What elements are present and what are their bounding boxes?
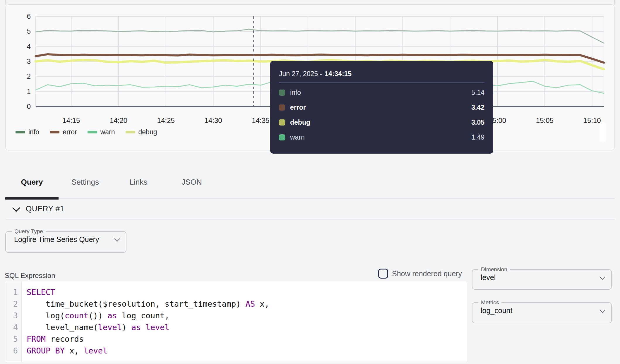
sql-code-line: log(count()) as log_count,	[27, 310, 467, 322]
tab-settings[interactable]: Settings	[59, 166, 112, 198]
panel-editor: 012345614:1514:2014:2514:3014:3514:4014:…	[0, 0, 620, 364]
chevron-down-icon	[600, 307, 605, 313]
chart-legend: infoerrorwarndebug	[16, 128, 157, 136]
query-type-value: Logfire Time Series Query	[14, 235, 99, 244]
tooltip-row-info: info5.14	[279, 85, 484, 100]
scrollbar-thumb[interactable]	[600, 122, 606, 142]
tab-query[interactable]: Query	[5, 166, 59, 198]
tooltip-separator	[279, 82, 484, 83]
line-number: 5	[5, 333, 18, 345]
svg-text:14:25: 14:25	[157, 116, 175, 124]
line-number: 6	[5, 345, 18, 357]
tooltip-series-rows: info5.14error3.42debug3.05warn1.49	[279, 85, 484, 145]
panel-border-stub-right	[614, 0, 615, 4]
legend-item-warn[interactable]: warn	[88, 128, 115, 136]
series-label: warn	[290, 133, 471, 141]
query-type-label: Query Type	[12, 228, 46, 235]
chart-tooltip: Jun 27, 2025 - 14:34:15 info5.14error3.4…	[270, 61, 493, 154]
show-rendered-checkbox[interactable]	[378, 269, 388, 279]
line-number: 3	[5, 310, 18, 322]
legend-item-info[interactable]: info	[16, 128, 39, 136]
svg-text:15:10: 15:10	[583, 116, 601, 124]
legend-swatch	[88, 131, 97, 133]
tooltip-row-debug: debug3.05	[279, 115, 484, 130]
chevron-down-icon	[114, 236, 120, 242]
metrics-value: log_count	[481, 306, 512, 315]
sql-code-line: time_bucket($resolution, start_timestamp…	[27, 298, 467, 310]
editor-tabs: Query Settings Links JSON	[5, 166, 615, 199]
dimension-select[interactable]: Dimension level	[472, 266, 612, 290]
series-value: 3.05	[471, 119, 484, 126]
metrics-select[interactable]: Metrics log_count	[472, 299, 612, 323]
legend-item-error[interactable]: error	[50, 128, 77, 136]
svg-text:5: 5	[27, 27, 31, 35]
sql-code-editor[interactable]: 123456 SELECT time_bucket($resolution, s…	[5, 281, 467, 362]
tooltip-timestamp: Jun 27, 2025 - 14:34:15	[279, 61, 484, 80]
tooltip-row-warn: warn1.49	[279, 130, 484, 145]
svg-text:3: 3	[27, 57, 31, 65]
legend-label: error	[63, 128, 77, 136]
svg-text:2: 2	[27, 72, 31, 80]
sql-code[interactable]: SELECT time_bucket($resolution, start_ti…	[22, 281, 467, 362]
tooltip-time: 14:34:15	[325, 70, 352, 78]
section-divider	[5, 219, 615, 219]
series-value: 5.14	[471, 89, 484, 97]
sql-code-line: FROM records	[27, 333, 467, 345]
series-label: info	[290, 89, 471, 97]
legend-swatch	[16, 131, 25, 133]
query-collapse-header[interactable]: QUERY #1	[13, 204, 64, 213]
sql-code-line: SELECT	[27, 286, 467, 298]
tooltip-row-error: error3.42	[279, 100, 484, 115]
svg-text:14:30: 14:30	[205, 116, 222, 124]
series-swatch	[279, 90, 285, 96]
series-label: debug	[290, 119, 471, 126]
legend-label: debug	[138, 128, 157, 136]
query-header-label: QUERY #1	[26, 204, 64, 213]
svg-text:6: 6	[27, 12, 31, 20]
chevron-down-icon	[12, 204, 20, 212]
metrics-label: Metrics	[478, 299, 501, 306]
sql-code-line: level_name(level) as level	[27, 322, 467, 333]
legend-item-debug[interactable]: debug	[126, 128, 157, 136]
series-swatch	[279, 119, 285, 126]
svg-text:4: 4	[27, 42, 31, 50]
legend-swatch	[50, 131, 59, 133]
svg-text:0: 0	[27, 102, 31, 110]
series-value: 1.49	[471, 133, 484, 141]
tab-json[interactable]: JSON	[165, 166, 218, 198]
chevron-down-icon	[600, 274, 605, 280]
svg-text:14:15: 14:15	[62, 116, 80, 124]
line-number: 4	[5, 322, 18, 333]
legend-swatch	[126, 131, 135, 133]
active-tab-indicator	[5, 197, 59, 200]
series-label: error	[290, 104, 471, 111]
legend-label: warn	[100, 128, 115, 136]
show-rendered-label: Show rendered query	[392, 269, 462, 278]
series-value: 3.42	[471, 104, 484, 111]
dimension-label: Dimension	[478, 266, 510, 273]
tooltip-date: Jun 27, 2025 -	[279, 70, 322, 78]
show-rendered-query-control[interactable]: Show rendered query	[378, 269, 462, 279]
legend-label: info	[28, 128, 39, 136]
line-number-gutter: 123456	[5, 281, 22, 362]
svg-text:14:35: 14:35	[252, 116, 269, 124]
series-swatch	[279, 134, 285, 140]
svg-text:1: 1	[27, 87, 31, 95]
line-number: 2	[5, 298, 18, 310]
line-number: 1	[5, 286, 18, 298]
svg-text:15:05: 15:05	[536, 116, 554, 124]
tab-links[interactable]: Links	[112, 166, 165, 198]
dimension-value: level	[481, 273, 496, 282]
sql-code-line: GROUP BY x, level	[27, 345, 467, 357]
series-swatch	[279, 104, 285, 111]
query-type-select[interactable]: Query Type Logfire Time Series Query	[5, 228, 126, 253]
sql-expression-label: SQL Expression	[5, 272, 55, 280]
panel-border-stub-left	[5, 0, 6, 4]
svg-text:14:20: 14:20	[110, 116, 127, 124]
